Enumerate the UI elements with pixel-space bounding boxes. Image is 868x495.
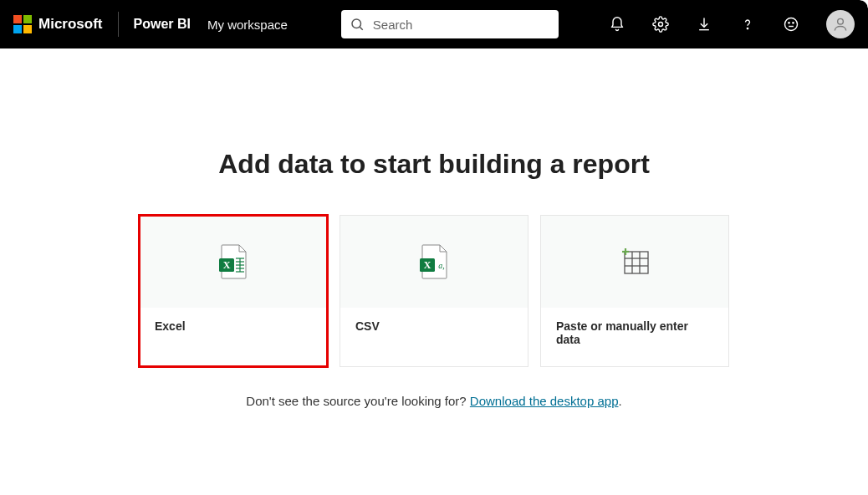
svg-point-6 (793, 23, 794, 23)
company-name: Microsoft (38, 16, 103, 33)
help-icon[interactable] (739, 16, 756, 33)
main-content: Add data to start building a report X (0, 48, 868, 408)
workspace-breadcrumb[interactable]: My workspace (207, 18, 288, 32)
user-avatar[interactable] (826, 10, 855, 38)
table-enter-icon (541, 216, 728, 308)
card-label: Paste or manually enter data (541, 308, 728, 366)
card-csv[interactable]: X a, CSV (340, 215, 528, 367)
csv-file-icon: X a, (340, 216, 528, 308)
search-icon (350, 17, 365, 32)
footer-help-text: Don't see the source you're looking for?… (246, 394, 621, 408)
search-input[interactable] (373, 18, 550, 32)
card-excel[interactable]: X Excel (139, 215, 328, 367)
search-box[interactable] (341, 10, 559, 38)
svg-point-3 (747, 28, 748, 28)
svg-text:a,: a, (438, 261, 445, 270)
card-label: Excel (140, 308, 327, 361)
svg-text:X: X (424, 259, 431, 271)
card-label: CSV (340, 308, 528, 361)
feedback-smiley-icon[interactable] (783, 16, 799, 33)
svg-point-4 (785, 18, 798, 31)
notifications-icon[interactable] (609, 16, 625, 33)
svg-point-5 (789, 23, 789, 23)
svg-point-7 (838, 18, 844, 24)
svg-rect-19 (625, 252, 648, 273)
svg-text:X: X (223, 259, 231, 271)
card-paste-data[interactable]: Paste or manually enter data (540, 215, 729, 367)
footer-prompt: Don't see the source you're looking for? (246, 394, 470, 408)
data-source-cards: X Excel (139, 215, 729, 367)
microsoft-brand[interactable]: Microsoft (13, 15, 118, 33)
svg-point-0 (352, 19, 361, 28)
settings-gear-icon[interactable] (652, 16, 669, 33)
microsoft-logo-icon (13, 15, 32, 33)
product-name[interactable]: Power BI (134, 17, 191, 32)
footer-period: . (619, 394, 622, 408)
svg-point-2 (659, 23, 663, 27)
page-title: Add data to start building a report (218, 149, 650, 180)
download-icon[interactable] (696, 16, 712, 33)
download-desktop-link[interactable]: Download the desktop app (470, 394, 619, 408)
global-header: Microsoft Power BI My workspace (0, 0, 868, 48)
svg-line-1 (360, 27, 362, 29)
vertical-divider (118, 12, 119, 37)
excel-file-icon: X (140, 216, 327, 308)
header-actions (589, 10, 855, 38)
